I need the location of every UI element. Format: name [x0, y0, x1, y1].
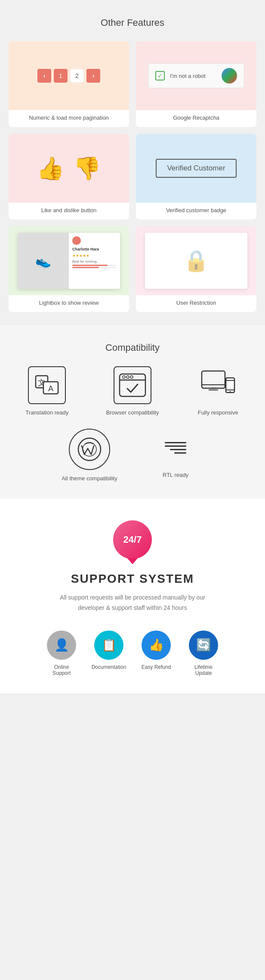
- support-title: SUPPORT SYSTEM: [9, 572, 256, 586]
- recaptcha-checkmark: ✓: [155, 71, 165, 80]
- lifetime-update-icon: 🔄: [196, 638, 211, 652]
- pagination-image-area: ‹ 1 2 ›: [9, 41, 129, 110]
- responsive-label: Fully responsive: [198, 409, 238, 416]
- recaptcha-label: Google Recaptcha: [136, 110, 256, 127]
- verified-label: Verified customer badge: [136, 203, 256, 219]
- recaptcha-logo: [222, 68, 237, 83]
- lightbox-mock: 👟 Charlotte Hara ★★★★★ Best for running.…: [18, 233, 120, 289]
- like-dislike-label: Like and dislike button: [9, 203, 129, 219]
- svg-rect-4: [120, 374, 145, 396]
- pagination-label: Numeric & load more pagination: [9, 110, 129, 127]
- lightbox-label: Lightbox to show review: [9, 295, 129, 312]
- verified-image-area: Verified Customer: [136, 134, 256, 203]
- svg-point-7: [126, 376, 129, 378]
- rtl-label: RTL ready: [163, 472, 188, 478]
- support-badge: 24/7: [113, 520, 152, 559]
- reviewer-name: Charlotte Hara: [72, 247, 117, 252]
- svg-point-18: [83, 442, 96, 456]
- recaptcha-image-area: ✓ I'm not a robot: [136, 41, 256, 110]
- compat-browser: Browser compatibility: [94, 366, 171, 416]
- online-support-icon-circle: 👤: [47, 631, 76, 660]
- thumbs-up-icon: 👍: [37, 155, 65, 182]
- compat-rtl: RTL ready: [137, 429, 214, 482]
- like-dislike-mock: 👍 👎: [37, 155, 101, 182]
- support-documentation-item: 📋 Documentation: [92, 631, 126, 676]
- prev-btn[interactable]: ‹: [37, 69, 51, 83]
- responsive-icon: [201, 370, 235, 400]
- support-online-item: 👤 Online Support: [44, 631, 79, 676]
- theme-icon-circle: [69, 429, 110, 470]
- svg-point-16: [229, 391, 231, 393]
- easy-refund-label: Easy Refund: [142, 664, 171, 670]
- compat-row-2: All theme compatibility RTL ready: [51, 429, 214, 482]
- lightbox-product-image: 👟: [18, 233, 69, 289]
- online-support-icon: 👤: [54, 638, 69, 652]
- online-support-label: Online Support: [44, 664, 79, 676]
- thumbs-down-icon: 👎: [73, 155, 101, 182]
- wordpress-icon: [76, 436, 103, 463]
- feature-card-lightbox: 👟 Charlotte Hara ★★★★★ Best for running.…: [9, 226, 129, 312]
- other-features-title: Other Features: [9, 17, 256, 28]
- compatibility-section: Compatibility 文 A Translation ready: [0, 325, 265, 499]
- restriction-mock: 🔒: [145, 233, 247, 289]
- browser-icon: [118, 372, 147, 398]
- feature-card-restriction: 🔒 User Restriction: [136, 226, 256, 312]
- like-dislike-image-area: 👍 👎: [9, 134, 129, 203]
- rating-bar-1: [72, 265, 117, 266]
- restriction-image-area: 🔒: [136, 226, 256, 295]
- svg-point-6: [123, 376, 125, 378]
- feature-card-pagination: ‹ 1 2 › Numeric & load more pagination: [9, 41, 129, 127]
- svg-rect-9: [202, 371, 225, 388]
- translation-icon: 文 A: [34, 374, 60, 396]
- support-refund-item: 👍 Easy Refund: [139, 631, 173, 676]
- star-rating: ★★★★★: [72, 253, 117, 259]
- rtl-line-2: [165, 445, 186, 447]
- compat-row-1: 文 A Translation ready: [9, 366, 256, 416]
- documentation-label: Documentation: [92, 664, 126, 670]
- easy-refund-icon: 👍: [149, 638, 164, 652]
- lightbox-content: Charlotte Hara ★★★★★ Best for running..: [69, 233, 120, 289]
- rtl-line-3: [170, 449, 186, 450]
- svg-text:A: A: [48, 384, 53, 393]
- translation-icon-box: 文 A: [28, 366, 66, 404]
- restriction-overlay: [145, 233, 247, 289]
- rating-bar-2: [72, 267, 117, 268]
- features-grid: ‹ 1 2 › Numeric & load more pagination ✓…: [9, 41, 256, 312]
- responsive-icon-container: [199, 366, 237, 404]
- rtl-icon-container: [157, 429, 194, 467]
- reviewer-avatar: [72, 236, 81, 245]
- lifetime-update-icon-circle: 🔄: [189, 631, 218, 660]
- support-section: 24/7 SUPPORT SYSTEM All support requests…: [0, 499, 265, 693]
- review-text: Best for running..: [72, 259, 117, 264]
- restriction-label: User Restriction: [136, 295, 256, 312]
- page-1[interactable]: 1: [54, 69, 68, 83]
- feature-card-recaptcha: ✓ I'm not a robot Google Recaptcha: [136, 41, 256, 127]
- compat-theme: All theme compatibility: [51, 429, 128, 482]
- rtl-line-1: [165, 442, 186, 443]
- lightbox-image-area: 👟 Charlotte Hara ★★★★★ Best for running.…: [9, 226, 129, 295]
- translation-label: Translation ready: [25, 409, 68, 416]
- svg-point-17: [78, 438, 101, 461]
- feature-card-verified: Verified Customer Verified customer badg…: [136, 134, 256, 219]
- browser-label: Browser compatibility: [106, 409, 159, 416]
- rtl-icon: [165, 442, 186, 454]
- page-2[interactable]: 2: [70, 69, 84, 83]
- compatibility-title: Compatibility: [9, 342, 256, 353]
- compat-translation: 文 A Translation ready: [9, 366, 86, 416]
- easy-refund-icon-circle: 👍: [142, 631, 171, 660]
- feature-card-like-dislike: 👍 👎 Like and dislike button: [9, 134, 129, 219]
- svg-point-8: [130, 376, 133, 378]
- other-features-section: Other Features ‹ 1 2 › Numeric & load mo…: [0, 0, 265, 325]
- verified-badge: Verified Customer: [156, 159, 236, 178]
- rtl-line-4: [174, 452, 186, 454]
- next-btn[interactable]: ›: [86, 69, 100, 83]
- support-icons-row: 👤 Online Support 📋 Documentation 👍 Easy …: [9, 631, 256, 676]
- browser-icon-box: [114, 366, 151, 404]
- support-update-item: 🔄 Lifetime Update: [186, 631, 221, 676]
- theme-label: All theme compatibility: [62, 475, 117, 482]
- recaptcha-mock: ✓ I'm not a robot: [148, 63, 244, 88]
- recaptcha-text: I'm not a robot: [170, 73, 216, 79]
- documentation-icon: 📋: [102, 638, 117, 652]
- compat-responsive: Fully responsive: [179, 366, 256, 416]
- pagination-mock: ‹ 1 2 ›: [37, 69, 100, 83]
